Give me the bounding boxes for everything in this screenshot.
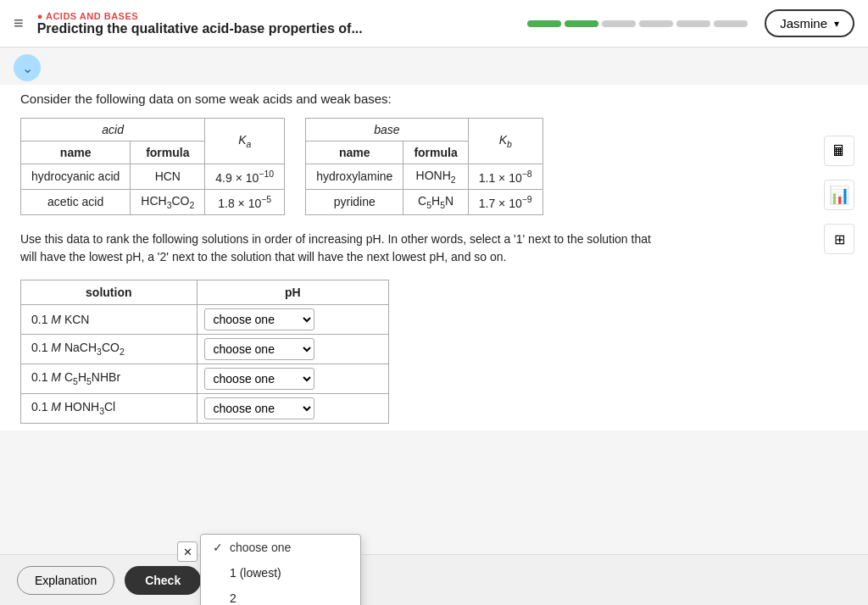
base-2-formula: C5H5N	[403, 189, 468, 214]
solution-1-dropdown[interactable]: choose one 1 (lowest) 2 3 4 (highest)	[204, 308, 314, 330]
acid-2-formula: HCH3CO2	[131, 189, 205, 214]
base-row-1: hydroxylamine HONH2 1.1 × 10−8	[306, 164, 543, 190]
calculator-icon: 🖩	[832, 142, 847, 160]
base-1-kb: 1.1 × 10−8	[468, 164, 542, 190]
tables-container: acid Ka name formula hydrocyanic acid HC…	[20, 118, 848, 215]
solution-3-dropdown-cell: choose one 1 (lowest) 2 3 4 (highest)	[197, 364, 388, 393]
page-title: Predicting the qualitative acid-base pro…	[37, 21, 527, 36]
base-1-formula: HONH2	[403, 164, 468, 190]
table-icon: ⊞	[834, 231, 845, 247]
chart-icon: 📊	[829, 185, 850, 205]
acid-col-name: name	[21, 142, 131, 164]
chevron-down-icon: ▾	[834, 18, 839, 30]
dropdown-option-2-label: 2	[230, 591, 236, 605]
ph-col-header: pH	[197, 280, 388, 304]
base-2-kb: 1.7 × 10−9	[468, 189, 542, 214]
acid-2-ka: 1.8 × 10−5	[205, 189, 285, 214]
dropdown-option-choose[interactable]: ✓ choose one	[201, 535, 360, 560]
acid-1-name: hydrocyanic acid	[21, 164, 131, 190]
progress-segment-6	[714, 20, 748, 27]
dropdown-close-button[interactable]: ✕	[177, 541, 198, 562]
calculator-button[interactable]: 🖩	[824, 136, 854, 166]
checkmark-icon: ✓	[213, 541, 225, 554]
solution-row-4: 0.1 M HONH3Cl choose one 1 (lowest) 2 3 …	[21, 393, 389, 423]
solution-4-dropdown-cell: choose one 1 (lowest) 2 3 4 (highest)	[197, 393, 388, 423]
kb-header: Kb	[468, 119, 542, 164]
progress-segment-4	[639, 20, 673, 27]
base-table: base Kb name formula hydroxylamine HONH2…	[305, 118, 543, 215]
solution-2-dropdown-cell: choose one 1 (lowest) 2 3 4 (highest)	[197, 334, 388, 364]
solution-4-dropdown[interactable]: choose one 1 (lowest) 2 3 4 (highest)	[204, 397, 314, 419]
collapse-section: ⌄	[14, 54, 868, 81]
right-icons-panel: 🖩 📊 ⊞	[824, 136, 854, 254]
base-1-name: hydroxylamine	[306, 164, 403, 190]
progress-segment-2	[565, 20, 598, 27]
user-menu-button[interactable]: Jasmine ▾	[765, 9, 854, 37]
solution-table-header-row: solution pH	[21, 280, 389, 304]
progress-bar	[527, 20, 748, 27]
base-table-header: base	[306, 119, 469, 142]
reference-table-button[interactable]: ⊞	[824, 224, 854, 254]
user-name-label: Jasmine	[780, 16, 827, 31]
solution-row-2: 0.1 M NaCH3CO2 choose one 1 (lowest) 2 3…	[21, 334, 389, 364]
base-row-2: pyridine C5H5N 1.7 × 10−9	[306, 189, 543, 214]
progress-segment-1	[527, 20, 561, 27]
acid-1-ka: 4.9 × 10−10	[205, 164, 285, 190]
solution-3-name: 0.1 M C5H5NHBr	[21, 364, 198, 393]
hamburger-menu-icon[interactable]: ≡	[14, 14, 24, 33]
instructions-text: Use this data to rank the following solu…	[20, 230, 848, 266]
base-2-name: pyridine	[306, 189, 403, 214]
bottom-bar: Explanation Check	[0, 554, 868, 605]
solution-table: solution pH 0.1 M KCN choose one 1 (lowe…	[20, 280, 389, 424]
dropdown-option-1-label: 1 (lowest)	[230, 566, 281, 580]
acid-table-header: acid	[21, 119, 205, 142]
base-col-formula: formula	[403, 142, 468, 164]
progress-segment-5	[676, 20, 710, 27]
acid-table: acid Ka name formula hydrocyanic acid HC…	[20, 118, 285, 215]
acid-col-formula: formula	[131, 142, 205, 164]
solution-2-dropdown[interactable]: choose one 1 (lowest) 2 3 4 (highest)	[204, 338, 314, 360]
solution-1-dropdown-cell: choose one 1 (lowest) 2 3 4 (highest)	[197, 304, 388, 334]
acid-1-formula: HCN	[131, 164, 205, 190]
dropdown-option-choose-label: choose one	[230, 541, 291, 554]
ka-header: Ka	[205, 119, 285, 164]
solution-4-name: 0.1 M HONH3Cl	[21, 393, 198, 423]
solution-1-name: 0.1 M KCN	[21, 304, 198, 334]
acid-2-name: acetic acid	[21, 189, 131, 214]
base-col-name: name	[306, 142, 403, 164]
solution-3-dropdown[interactable]: choose one 1 (lowest) 2 3 4 (highest)	[204, 368, 314, 390]
acid-row-1: hydrocyanic acid HCN 4.9 × 10−10	[21, 164, 285, 190]
main-content: Consider the following data on some weak…	[0, 85, 868, 430]
dropdown-option-2[interactable]: 2	[201, 586, 360, 605]
progress-segment-3	[602, 20, 636, 27]
solution-row-1: 0.1 M KCN choose one 1 (lowest) 2 3 4 (h…	[21, 304, 389, 334]
dropdown-overlay-row4: ✕ ✓ choose one 1 (lowest) 2 3 4 (highest…	[200, 534, 361, 605]
explanation-button[interactable]: Explanation	[17, 566, 114, 595]
check-button[interactable]: Check	[125, 566, 201, 595]
section-label: ● ACIDS AND BASES	[37, 11, 527, 21]
solution-col-header: solution	[21, 280, 198, 304]
collapse-button[interactable]: ⌄	[14, 54, 41, 81]
intro-text: Consider the following data on some weak…	[20, 92, 848, 106]
solution-2-name: 0.1 M NaCH3CO2	[21, 334, 198, 364]
chart-button[interactable]: 📊	[824, 180, 854, 210]
acid-row-2: acetic acid HCH3CO2 1.8 × 10−5	[21, 189, 285, 214]
title-block: ● ACIDS AND BASES Predicting the qualita…	[37, 11, 527, 36]
topbar: ≡ ● ACIDS AND BASES Predicting the quali…	[0, 0, 868, 47]
solution-row-3: 0.1 M C5H5NHBr choose one 1 (lowest) 2 3…	[21, 364, 389, 393]
dropdown-option-1[interactable]: 1 (lowest)	[201, 560, 360, 586]
